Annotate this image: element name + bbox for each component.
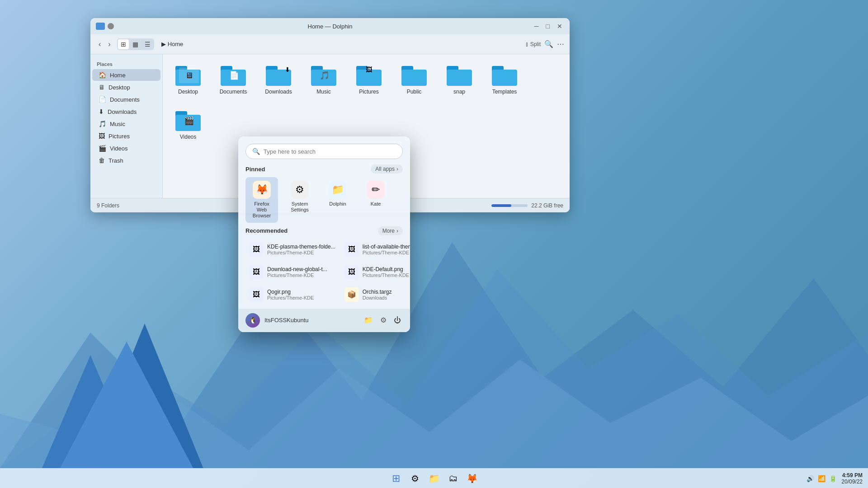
sidebar-item-videos[interactable]: 🎬 Videos bbox=[92, 142, 160, 154]
breadcrumb-home[interactable]: Home bbox=[168, 41, 184, 47]
sidebar-home-label: Home bbox=[110, 72, 126, 79]
home-icon: 🏠 bbox=[99, 71, 106, 79]
rec-name-1: KDE-plasma-themes-folde... bbox=[267, 244, 335, 250]
firefox-icon: 🦊 bbox=[253, 181, 271, 199]
search-icon[interactable]: 🔍 bbox=[544, 40, 553, 48]
sidebar-item-home[interactable]: 🏠 Home bbox=[92, 69, 160, 81]
file-manager-footer-button[interactable]: 📁 bbox=[362, 314, 375, 326]
taskbar-firefox-button[interactable]: 🦊 bbox=[464, 470, 480, 487]
storage-text: 22.2 GiB free bbox=[531, 202, 563, 209]
rec-item-3[interactable]: 🖼 Download-new-global-t... Pictures/Them… bbox=[245, 262, 339, 282]
folder-templates[interactable]: Templates bbox=[486, 61, 523, 98]
documents-icon: 📄 bbox=[99, 96, 106, 103]
pinned-kate[interactable]: ✏ Kate bbox=[359, 177, 392, 223]
taskbar-settings-button[interactable]: ⚙ bbox=[407, 470, 423, 487]
downloads-icon: ⬇ bbox=[99, 108, 104, 115]
tray-network-icon[interactable]: 🔊 bbox=[806, 474, 815, 483]
sidebar-item-trash[interactable]: 🗑 Trash bbox=[92, 155, 160, 166]
recommended-list: 🖼 KDE-plasma-themes-folde... Pictures/Th… bbox=[245, 239, 403, 305]
folder-desktop[interactable]: 🖥 Desktop bbox=[170, 61, 206, 98]
music-icon: 🎵 bbox=[99, 120, 106, 127]
folder-documents-label: Documents bbox=[220, 89, 247, 95]
taskbar-files-button[interactable]: 📁 bbox=[426, 470, 442, 487]
list-view-button[interactable]: ☰ bbox=[142, 39, 153, 49]
taskbar-right: 🔊 📶 🔋 4:59 PM 20/09/22 bbox=[806, 472, 863, 485]
toolbar-search-area: ⫿ Split 🔍 ⋯ bbox=[526, 40, 564, 48]
rec-name-3: Download-new-global-t... bbox=[267, 266, 335, 272]
folder-snap[interactable]: snap bbox=[441, 61, 477, 98]
all-apps-label: All apps bbox=[375, 166, 395, 172]
storage-progress-bar bbox=[491, 204, 528, 207]
compact-view-button[interactable]: ▦ bbox=[130, 39, 141, 49]
storage-bar: 22.2 GiB free bbox=[491, 202, 563, 209]
more-button[interactable]: More › bbox=[378, 226, 403, 235]
all-apps-button[interactable]: All apps › bbox=[371, 164, 403, 174]
clock-time: 4:59 PM bbox=[841, 472, 863, 479]
window-titlebar: Home — Dolphin ─ □ ✕ bbox=[90, 18, 570, 34]
breadcrumb-arrow: ▶ bbox=[161, 41, 166, 47]
rec-item-5[interactable]: 🖼 Qogir.png Pictures/Theme-KDE bbox=[245, 284, 339, 305]
folder-music[interactable]: 🎵 Music bbox=[306, 61, 342, 98]
sidebar-item-pictures[interactable]: 🖼 Pictures bbox=[92, 130, 160, 142]
window-toolbar: ‹ › ⊞ ▦ ☰ ▶ Home ⫿ Split 🔍 ⋯ bbox=[90, 34, 570, 54]
kate-label: Kate bbox=[371, 201, 381, 207]
minimize-button[interactable]: ─ bbox=[533, 22, 541, 31]
forward-button[interactable]: › bbox=[105, 38, 113, 50]
sidebar-desktop-label: Desktop bbox=[108, 84, 130, 91]
svg-marker-2 bbox=[0, 360, 868, 468]
search-bar[interactable]: 🔍 bbox=[245, 144, 403, 159]
all-apps-chevron: › bbox=[396, 166, 398, 172]
rec-icon-5: 🖼 bbox=[249, 287, 264, 302]
rec-item-6[interactable]: 📦 Orchis.targz Downloads bbox=[341, 284, 410, 305]
taskbar-dolphin-button[interactable]: 🗂 bbox=[445, 470, 461, 487]
sidebar-item-desktop[interactable]: 🖥 Desktop bbox=[92, 81, 160, 93]
sidebar: Places 🏠 Home 🖥 Desktop 📄 Documents ⬇ Do… bbox=[90, 54, 163, 198]
clock[interactable]: 4:59 PM 20/09/22 bbox=[841, 472, 863, 485]
search-input[interactable] bbox=[264, 148, 396, 155]
folder-public[interactable]: Public bbox=[396, 61, 432, 98]
user-name: ItsFOSSKubuntu bbox=[264, 317, 309, 324]
folder-downloads[interactable]: ⬇ Downloads bbox=[260, 61, 297, 98]
pinned-firefox[interactable]: 🦊 Firefox Web Browser bbox=[245, 177, 278, 223]
rec-item-4[interactable]: 🖼 KDE-Default.png Pictures/Theme-KDE bbox=[341, 262, 410, 282]
view-toggle: ⊞ ▦ ☰ bbox=[117, 38, 154, 50]
rec-item-2[interactable]: 🖼 list-of-available-themes-i... Pictures… bbox=[341, 239, 410, 260]
sidebar-documents-label: Documents bbox=[110, 96, 140, 103]
window-controls bbox=[96, 23, 114, 30]
folder-videos[interactable]: 🎬 Videos bbox=[170, 107, 206, 143]
sidebar-item-music[interactable]: 🎵 Music bbox=[92, 118, 160, 130]
sidebar-item-documents[interactable]: 📄 Documents bbox=[92, 94, 160, 105]
rec-item-1[interactable]: 🖼 KDE-plasma-themes-folde... Pictures/Th… bbox=[245, 239, 339, 260]
taskbar-start-button[interactable]: ⊞ bbox=[388, 470, 404, 487]
settings-footer-button[interactable]: ⚙ bbox=[378, 314, 388, 326]
split-icon[interactable]: ⫿ Split bbox=[526, 41, 541, 47]
tray-volume-icon[interactable]: 📶 bbox=[817, 474, 826, 483]
folder-music-label: Music bbox=[316, 89, 330, 95]
trash-icon: 🗑 bbox=[99, 157, 105, 164]
icon-view-button[interactable]: ⊞ bbox=[118, 39, 129, 49]
sidebar-item-downloads[interactable]: ⬇ Downloads bbox=[92, 106, 160, 117]
recommended-title: Recommended bbox=[245, 227, 288, 234]
rec-info-2: list-of-available-themes-i... Pictures/T… bbox=[363, 244, 410, 255]
rec-name-5: Qogir.png bbox=[267, 289, 335, 295]
rec-info-3: Download-new-global-t... Pictures/Theme-… bbox=[267, 266, 335, 278]
folder-documents[interactable]: 📄 Documents bbox=[215, 61, 251, 98]
menu-icon[interactable]: ⋯ bbox=[557, 40, 564, 48]
menu-footer: 🐧 ItsFOSSKubuntu 📁 ⚙ ⏻ bbox=[238, 309, 410, 332]
back-button[interactable]: ‹ bbox=[96, 38, 104, 50]
recommended-header: Recommended More › bbox=[245, 226, 403, 235]
sidebar-music-label: Music bbox=[110, 121, 125, 127]
rec-name-2: list-of-available-themes-i... bbox=[363, 244, 410, 250]
tray-battery-icon[interactable]: 🔋 bbox=[828, 474, 838, 483]
pinned-dolphin[interactable]: 📁 Dolphin bbox=[321, 177, 354, 223]
power-footer-button[interactable]: ⏻ bbox=[392, 314, 403, 326]
folder-count: 9 Folders bbox=[97, 202, 119, 209]
folder-pictures[interactable]: 🖼 Pictures bbox=[351, 61, 387, 98]
close-button[interactable]: ✕ bbox=[555, 22, 564, 31]
breadcrumb: ▶ Home bbox=[161, 41, 184, 47]
pinned-system-settings[interactable]: ⚙ System Settings bbox=[283, 177, 316, 223]
rec-name-6: Orchis.targz bbox=[363, 289, 410, 295]
folder-public-label: Public bbox=[407, 89, 422, 95]
maximize-button[interactable]: □ bbox=[544, 22, 552, 31]
sidebar-section-places: Places bbox=[90, 60, 162, 69]
